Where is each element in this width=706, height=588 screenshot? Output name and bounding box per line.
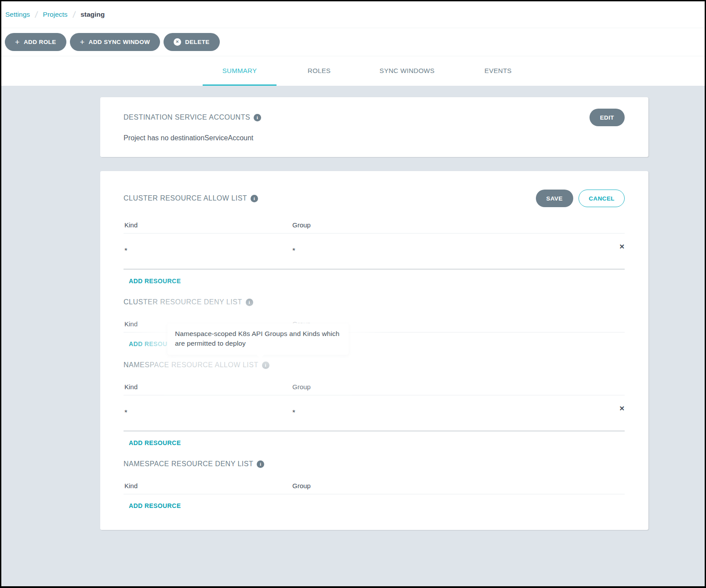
breadcrumb: Settings / Projects / staging: [1, 1, 705, 28]
info-icon[interactable]: i: [257, 460, 264, 468]
info-icon[interactable]: i: [246, 299, 253, 306]
add-sync-window-button[interactable]: + ADD SYNC WINDOW: [70, 33, 160, 51]
column-header-group: Group: [292, 482, 625, 489]
destination-service-accounts-title-text: DESTINATION SERVICE ACCOUNTS: [124, 113, 250, 121]
plus-icon: +: [80, 38, 85, 46]
divider: [124, 269, 625, 270]
namespace-resource-allow-list-title-text: NAMESPACE RESOURCE ALLOW LIST: [124, 361, 258, 369]
divider: [124, 494, 625, 494]
add-resource-link[interactable]: ADD RESOURCE: [129, 278, 181, 285]
edit-actions: SAVE CANCEL: [536, 190, 625, 207]
edit-button[interactable]: EDIT: [590, 109, 625, 126]
add-sync-window-label: ADD SYNC WINDOW: [89, 39, 150, 45]
namespace-resource-allow-list-title: NAMESPACE RESOURCE ALLOW LIST i Namespac…: [124, 361, 625, 369]
destination-service-accounts-title: DESTINATION SERVICE ACCOUNTS i: [124, 113, 261, 121]
column-header-kind: Kind: [124, 383, 292, 391]
page-content: DESTINATION SERVICE ACCOUNTS i EDIT Proj…: [1, 86, 705, 588]
group-value[interactable]: *: [292, 247, 625, 256]
destination-service-accounts-empty-text: Project has no destinationServiceAccount: [124, 134, 625, 142]
tab-bar: SUMMARY ROLES SYNC WINDOWS EVENTS: [1, 56, 705, 86]
cluster-resource-allow-list-title: CLUSTER RESOURCE ALLOW LIST i: [124, 194, 258, 202]
cluster-resource-deny-list-title: CLUSTER RESOURCE DENY LIST i: [124, 298, 625, 306]
add-resource-link[interactable]: ADD RESOURCE: [129, 502, 181, 509]
column-header-kind: Kind: [124, 221, 292, 229]
info-icon[interactable]: i: [254, 114, 261, 121]
add-role-button[interactable]: + ADD ROLE: [5, 33, 66, 51]
table-row: * * ✕: [124, 395, 625, 431]
divider: [124, 431, 625, 431]
namespace-resource-allow-list-table: Kind Group * * ✕ ADD RESOURCE: [124, 375, 625, 447]
delete-label: DELETE: [185, 39, 210, 45]
breadcrumb-settings[interactable]: Settings: [5, 11, 30, 18]
namespace-resource-deny-list-title: NAMESPACE RESOURCE DENY LIST i: [124, 460, 625, 468]
add-role-label: ADD ROLE: [24, 39, 56, 45]
breadcrumb-current-project: staging: [80, 11, 105, 18]
breadcrumb-separator: /: [34, 10, 38, 20]
column-header-group: Group: [292, 221, 625, 229]
cluster-resource-deny-list-title-text: CLUSTER RESOURCE DENY LIST: [124, 298, 242, 306]
info-icon[interactable]: i: [262, 362, 269, 369]
toolbar: + ADD ROLE + ADD SYNC WINDOW ✕ DELETE: [1, 28, 705, 56]
plus-icon: +: [15, 38, 20, 46]
column-header-group: Group: [292, 383, 625, 391]
tooltip-arrow-icon: [256, 354, 264, 359]
tab-roles[interactable]: ROLES: [288, 56, 350, 86]
info-tooltip-text: Namespace-scoped K8s API Groups and Kind…: [175, 330, 339, 347]
add-resource-link[interactable]: ADD RESOURCE: [129, 439, 181, 446]
column-header-kind: Kind: [124, 482, 292, 489]
cancel-button[interactable]: CANCEL: [579, 190, 625, 207]
resource-lists-card: CLUSTER RESOURCE ALLOW LIST i SAVE CANCE…: [100, 171, 648, 530]
breadcrumb-separator: /: [72, 10, 76, 20]
breadcrumb-projects[interactable]: Projects: [43, 11, 68, 18]
info-icon[interactable]: i: [251, 195, 258, 202]
tab-summary[interactable]: SUMMARY: [203, 56, 277, 86]
remove-row-icon[interactable]: ✕: [619, 405, 625, 412]
save-button[interactable]: SAVE: [536, 190, 573, 207]
namespace-resource-deny-list-table: Kind Group ADD RESOURCE: [124, 474, 625, 510]
app-window: Settings / Projects / staging + ADD ROLE…: [0, 0, 706, 588]
circle-x-icon: ✕: [174, 38, 181, 46]
kind-value[interactable]: *: [124, 409, 292, 417]
delete-button[interactable]: ✕ DELETE: [164, 33, 220, 51]
tab-events[interactable]: EVENTS: [464, 56, 532, 86]
group-value[interactable]: *: [292, 409, 625, 417]
cluster-resource-allow-list-table: Kind Group * * ✕ ADD RESOURCE: [124, 213, 625, 285]
kind-value[interactable]: *: [124, 247, 292, 256]
destination-service-accounts-card: DESTINATION SERVICE ACCOUNTS i EDIT Proj…: [100, 97, 648, 157]
info-tooltip: Namespace-scoped K8s API Groups and Kind…: [167, 323, 349, 355]
table-row: * * ✕: [124, 234, 625, 269]
tab-sync-windows[interactable]: SYNC WINDOWS: [362, 56, 452, 86]
remove-row-icon[interactable]: ✕: [619, 243, 625, 250]
namespace-resource-deny-list-title-text: NAMESPACE RESOURCE DENY LIST: [124, 460, 253, 468]
cluster-resource-allow-list-title-text: CLUSTER RESOURCE ALLOW LIST: [124, 194, 247, 202]
